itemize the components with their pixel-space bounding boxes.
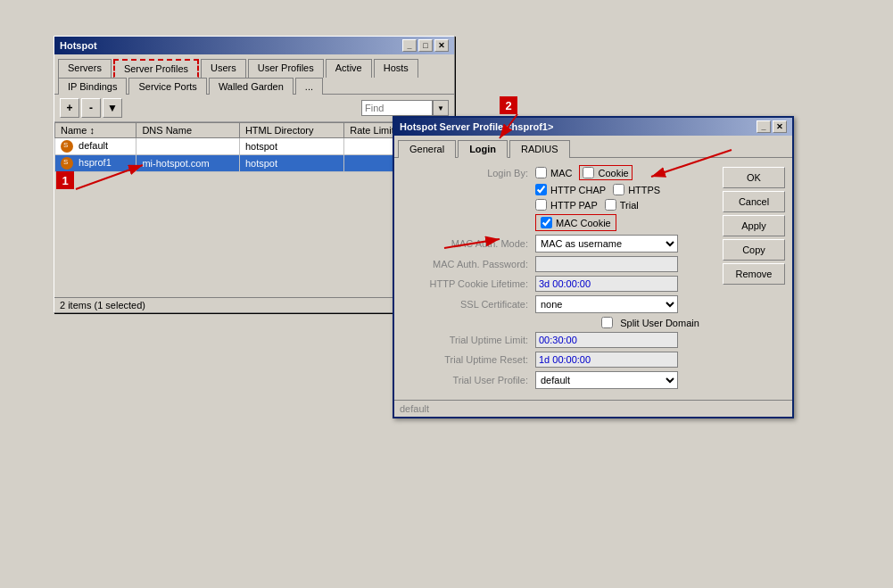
col-name: Name ↕ [55,123,136,138]
hotspot-title: Hotspot [60,40,97,51]
http-cookie-lifetime-label: HTTP Cookie Lifetime: [401,278,535,289]
apply-button[interactable]: Apply [723,215,785,236]
col-html-dir: HTML Directory [239,123,343,138]
trial-uptime-limit-input[interactable] [535,332,678,348]
mac-auth-mode-label: MAC Auth. Mode: [401,238,535,249]
cell-html-dir: hotspot [239,138,343,155]
copy-button[interactable]: Copy [723,239,785,261]
profile-icon [61,140,73,153]
mac-auth-mode-select[interactable]: MAC as username [535,235,678,253]
dialog-buttons: OK Cancel Apply Copy Remove [723,167,792,285]
cell-dns [136,138,240,155]
tab-service-ports[interactable]: Service Ports [128,78,206,95]
hotspot-titlebar: Hotspot _ □ ✕ [54,37,454,54]
cell-dns: mi-hotspot.com [136,155,240,172]
remove-button[interactable]: - [81,98,101,118]
https-checkbox[interactable] [613,184,624,195]
split-user-controls: Split User Domain [601,317,699,328]
annotation-2: 2 [500,96,517,114]
mac-checkbox-group: MAC [535,167,572,178]
http-pap-row: HTTP PAP Trial [401,199,721,211]
mac-cookie-checkbox[interactable] [541,217,552,228]
dialog-minimize-btn[interactable]: _ [757,120,771,133]
hotspot-tabs: Servers Server Profiles Users User Profi… [54,54,454,95]
col-dns-name: DNS Name [136,123,240,138]
trial-uptime-limit-row: Trial Uptime Limit: [401,332,721,348]
cancel-button[interactable]: Cancel [723,191,785,212]
find-dropdown[interactable]: ▼ [433,100,449,116]
https-group: HTTPS [613,184,660,195]
dialog-window: Hotspot Server Profile <hsprof1> _ ✕ Gen… [393,116,794,418]
remove-button[interactable]: Remove [723,263,785,285]
mac-cookie-wrapper: MAC Cookie [535,214,616,231]
trial-uptime-reset-input[interactable] [535,352,678,368]
cell-name: default [55,138,136,155]
annotation-1: 1 [56,171,74,189]
http-cookie-lifetime-row: HTTP Cookie Lifetime: [401,276,721,292]
ssl-cert-row: SSL Certificate: none [401,295,721,313]
login-by-label: Login By: [401,168,535,178]
dialog-close-btn[interactable]: ✕ [773,120,787,133]
tab-general[interactable]: General [398,140,456,158]
trial-uptime-reset-row: Trial Uptime Reset: [401,352,721,368]
tab-users[interactable]: Users [201,59,246,78]
tab-ip-bindings[interactable]: IP Bindings [58,78,127,95]
tab-user-profiles[interactable]: User Profiles [248,59,324,78]
cookie-checkbox[interactable] [583,167,594,178]
tab-active[interactable]: Active [326,59,372,78]
find-input[interactable] [361,100,433,116]
minimize-btn[interactable]: _ [402,39,417,52]
http-chap-row: HTTP CHAP HTTPS [401,184,721,195]
ssl-cert-label: SSL Certificate: [401,299,535,310]
window-controls: _ □ ✕ [402,39,449,52]
split-user-label: Split User Domain [620,318,699,328]
http-chap-group: HTTP CHAP [535,184,606,195]
dialog-footer: default [394,400,792,417]
http-pap-label: HTTP PAP [550,200,598,211]
trial-user-profile-select[interactable]: default [535,371,678,389]
login-by-row: Login By: MAC Cookie [401,165,721,180]
http-chap-label: HTTP CHAP [550,185,606,195]
http-pap-checkbox[interactable] [535,199,547,211]
tab-more[interactable]: ... [295,78,323,95]
close-btn[interactable]: ✕ [434,39,449,52]
ok-button[interactable]: OK [723,167,785,188]
trial-uptime-reset-label: Trial Uptime Reset: [401,354,535,365]
login-by-controls: MAC Cookie [535,165,633,180]
trial-group: Trial [605,199,639,211]
tab-server-profiles[interactable]: Server Profiles [113,59,199,78]
add-button[interactable]: + [60,98,79,118]
http-chap-checkbox[interactable] [535,184,547,195]
find-box: ▼ [361,100,449,116]
tab-radius[interactable]: RADIUS [509,140,570,158]
mac-cookie-row: MAC Cookie [401,214,721,231]
trial-user-profile-label: Trial User Profile: [401,375,535,385]
mac-auth-password-label: MAC Auth. Password: [401,259,535,269]
http-pap-group: HTTP PAP [535,199,598,211]
tab-login[interactable]: Login [458,140,508,158]
filter-button[interactable]: ▼ [103,98,122,118]
ssl-cert-select[interactable]: none [535,295,678,313]
tab-hosts[interactable]: Hosts [374,59,418,78]
split-user-checkbox[interactable] [601,317,613,328]
cell-name: hsprof1 [55,155,136,172]
dialog-inner: Login By: MAC Cookie [394,158,792,400]
cell-html-dir: hotspot [239,155,343,172]
dialog-controls: _ ✕ [757,120,787,133]
trial-label: Trial [620,200,639,211]
mac-cookie-label: MAC Cookie [556,218,611,228]
mac-auth-password-input[interactable] [535,256,678,272]
tab-servers[interactable]: Servers [58,59,112,78]
cookie-checkbox-group: Cookie [579,165,632,180]
maximize-btn[interactable]: □ [418,39,433,52]
trial-checkbox[interactable] [605,199,616,211]
pap-controls: HTTP PAP Trial [535,199,639,211]
http-cookie-lifetime-input[interactable] [535,276,678,292]
cookie-label: Cookie [598,168,628,178]
mac-checkbox[interactable] [535,167,547,178]
dialog-titlebar: Hotspot Server Profile <hsprof1> _ ✕ [394,118,792,136]
mac-auth-password-row: MAC Auth. Password: [401,256,721,272]
tab-walled-garden[interactable]: Walled Garden [209,78,294,95]
mac-auth-mode-row: MAC Auth. Mode: MAC as username [401,235,721,253]
trial-user-profile-row: Trial User Profile: default [401,371,721,389]
